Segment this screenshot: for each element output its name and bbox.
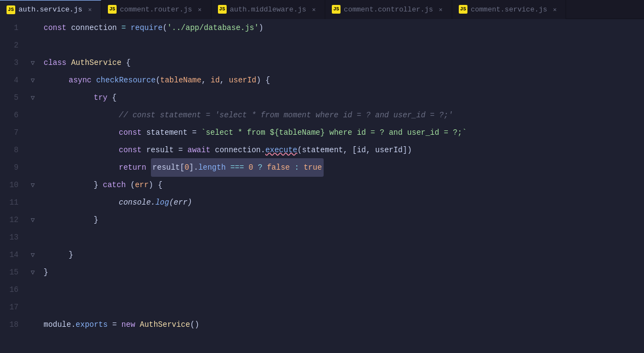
code-line-5: try { <box>44 89 644 106</box>
line-num-7: 7 <box>0 124 23 141</box>
js-file-icon: JS <box>218 5 227 14</box>
gutter-8 <box>27 141 38 159</box>
code-editor[interactable]: const connection = require('../app/datab… <box>38 19 644 353</box>
line-num-13: 13 <box>0 229 23 246</box>
code-line-8: const result = await connection.execute(… <box>44 141 644 159</box>
tab-auth-service[interactable]: JS auth.service.js ✕ <box>0 0 101 19</box>
line-num-9: 9 <box>0 159 23 176</box>
code-line-14: } <box>44 246 644 264</box>
tab-close-button[interactable]: ✕ <box>309 5 318 14</box>
keyword-const: const <box>44 19 66 37</box>
tab-comment-router[interactable]: JS comment.router.js ✕ <box>101 0 211 19</box>
gutter-13 <box>27 229 38 246</box>
line-num-18: 18 <box>0 316 23 333</box>
js-file-icon: JS <box>7 5 15 14</box>
tab-comment-controller[interactable]: JS comment.controller.js ✕ <box>325 0 452 19</box>
gutter-16 <box>27 281 38 298</box>
gutter-14[interactable]: ▽ <box>27 246 38 264</box>
gutter-6 <box>27 106 38 124</box>
tab-auth-middleware[interactable]: JS auth.middleware.js ✕ <box>211 0 325 19</box>
code-line-18: module.exports = new AuthService() <box>44 316 644 333</box>
code-line-1: const connection = require('../app/datab… <box>44 19 644 37</box>
code-line-13 <box>44 229 644 246</box>
code-line-6: // const statement = 'select * from mome… <box>44 106 644 124</box>
line-num-11: 11 <box>0 194 23 211</box>
tab-label: comment.controller.js <box>344 5 433 14</box>
gutter-5[interactable]: ▽ <box>27 89 38 106</box>
gutter-4[interactable]: ▽ <box>27 71 38 89</box>
tab-close-button[interactable]: ✕ <box>550 5 559 14</box>
line-numbers: 1 2 3 4 5 6 7 8 9 10 11 12 13 14 15 16 1… <box>0 19 27 353</box>
line-num-2: 2 <box>0 37 23 54</box>
editor-container: JS auth.service.js ✕ JS comment.router.j… <box>0 0 644 353</box>
line-num-5: 5 <box>0 89 23 106</box>
gutter-1 <box>27 19 38 37</box>
line-num-17: 17 <box>0 298 23 316</box>
code-line-16 <box>44 281 644 298</box>
gutter-18 <box>27 316 38 333</box>
tab-comment-service[interactable]: JS comment.service.js ✕ <box>452 0 566 19</box>
code-line-3: class AuthService { <box>44 54 644 71</box>
line-num-10: 10 <box>0 176 23 194</box>
gutter-9 <box>27 159 38 176</box>
line-num-3: 3 <box>0 54 23 71</box>
code-line-12: } <box>44 211 644 229</box>
gutter-3[interactable]: ▽ <box>27 54 38 71</box>
code-line-2 <box>44 37 644 54</box>
code-line-15: } <box>44 264 644 281</box>
js-file-icon: JS <box>459 5 467 14</box>
js-file-icon: JS <box>332 5 341 14</box>
code-line-9: return result[0].length === 0 ? false : … <box>44 159 644 176</box>
tab-label: comment.service.js <box>471 5 547 14</box>
gutter-15[interactable]: ▽ <box>27 264 38 281</box>
line-num-14: 14 <box>0 246 23 264</box>
tab-label: auth.middleware.js <box>230 5 306 14</box>
code-line-17 <box>44 298 644 316</box>
line-num-4: 4 <box>0 71 23 89</box>
gutter: ▽ ▽ ▽ ▽ ▽ ▽ ▽ <box>27 19 38 353</box>
code-line-7: const statement = `select * from ${table… <box>44 124 644 141</box>
code-line-11: console.log(err) <box>44 194 644 211</box>
line-num-6: 6 <box>0 106 23 124</box>
gutter-17 <box>27 298 38 316</box>
line-num-1: 1 <box>0 19 23 37</box>
line-num-8: 8 <box>0 141 23 159</box>
code-line-4: async checkResource(tableName, id, userI… <box>44 71 644 89</box>
tab-close-button[interactable]: ✕ <box>196 5 204 14</box>
gutter-12[interactable]: ▽ <box>27 211 38 229</box>
line-num-15: 15 <box>0 264 23 281</box>
tab-close-button[interactable]: ✕ <box>86 5 94 14</box>
tab-label: auth.service.js <box>19 5 82 14</box>
tab-label: comment.router.js <box>120 5 192 14</box>
gutter-11 <box>27 194 38 211</box>
tab-close-button[interactable]: ✕ <box>436 5 445 14</box>
js-file-icon: JS <box>108 5 117 14</box>
line-num-16: 16 <box>0 281 23 298</box>
editor-area[interactable]: 1 2 3 4 5 6 7 8 9 10 11 12 13 14 15 16 1… <box>0 19 644 353</box>
gutter-2 <box>27 37 38 54</box>
line-num-12: 12 <box>0 211 23 229</box>
tab-bar: JS auth.service.js ✕ JS comment.router.j… <box>0 0 644 19</box>
code-line-10: } catch (err) { <box>44 176 644 194</box>
gutter-7 <box>27 124 38 141</box>
gutter-10[interactable]: ▽ <box>27 176 38 194</box>
